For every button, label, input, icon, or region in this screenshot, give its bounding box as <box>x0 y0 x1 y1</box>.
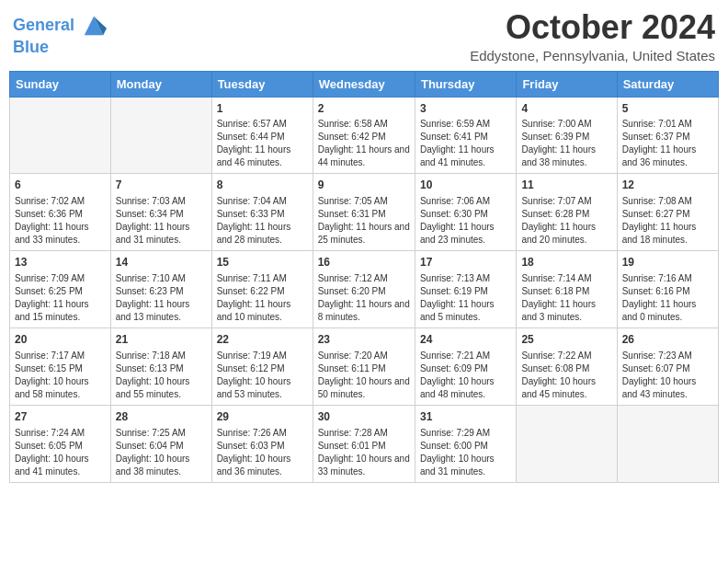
day-number: 27 <box>15 409 106 425</box>
calendar-cell: 15Sunrise: 7:11 AMSunset: 6:22 PMDayligh… <box>211 251 313 328</box>
weekday-header-sunday: Sunday <box>10 71 111 97</box>
logo-text: General <box>13 13 107 39</box>
day-info: Sunrise: 6:58 AMSunset: 6:42 PMDaylight:… <box>318 118 410 169</box>
calendar-cell <box>10 97 111 174</box>
day-info: Sunrise: 7:25 AMSunset: 6:04 PMDaylight:… <box>116 427 207 478</box>
day-number: 25 <box>521 332 611 348</box>
calendar-cell: 22Sunrise: 7:19 AMSunset: 6:12 PMDayligh… <box>211 327 313 405</box>
day-info: Sunrise: 7:13 AMSunset: 6:19 PMDaylight:… <box>420 272 511 324</box>
calendar-table: SundayMondayTuesdayWednesdayThursdayFrid… <box>9 71 719 483</box>
day-number: 30 <box>318 409 410 425</box>
day-info: Sunrise: 7:03 AMSunset: 6:34 PMDaylight:… <box>116 195 207 247</box>
day-info: Sunrise: 7:17 AMSunset: 6:15 PMDaylight:… <box>15 350 106 401</box>
page-header: General Blue October 2024 Eddystone, Pen… <box>9 9 719 63</box>
calendar-cell: 5Sunrise: 7:01 AMSunset: 6:37 PMDaylight… <box>617 97 718 174</box>
logo-subtext: Blue <box>13 39 107 57</box>
day-info: Sunrise: 7:06 AMSunset: 6:30 PMDaylight:… <box>420 195 511 247</box>
calendar-cell: 16Sunrise: 7:12 AMSunset: 6:20 PMDayligh… <box>313 251 415 328</box>
day-info: Sunrise: 7:14 AMSunset: 6:18 PMDaylight:… <box>521 272 611 324</box>
day-info: Sunrise: 7:24 AMSunset: 6:05 PMDaylight:… <box>15 427 106 478</box>
calendar-cell: 6Sunrise: 7:02 AMSunset: 6:36 PMDaylight… <box>10 174 111 251</box>
calendar-cell: 11Sunrise: 7:07 AMSunset: 6:28 PMDayligh… <box>517 174 617 251</box>
day-info: Sunrise: 7:00 AMSunset: 6:39 PMDaylight:… <box>521 118 611 169</box>
weekday-header-monday: Monday <box>110 71 211 97</box>
calendar-cell: 4Sunrise: 7:00 AMSunset: 6:39 PMDaylight… <box>517 97 617 174</box>
day-number: 24 <box>420 332 511 348</box>
calendar-cell: 24Sunrise: 7:21 AMSunset: 6:09 PMDayligh… <box>415 327 516 405</box>
day-number: 11 <box>521 178 611 193</box>
day-info: Sunrise: 7:22 AMSunset: 6:08 PMDaylight:… <box>521 350 611 401</box>
day-number: 23 <box>318 332 410 348</box>
calendar-cell <box>617 405 718 482</box>
weekday-header-friday: Friday <box>517 71 617 97</box>
weekday-header-thursday: Thursday <box>415 71 516 97</box>
day-number: 7 <box>116 178 207 193</box>
day-number: 29 <box>217 409 308 425</box>
day-info: Sunrise: 7:18 AMSunset: 6:13 PMDaylight:… <box>116 350 207 401</box>
day-number: 26 <box>622 332 713 348</box>
day-info: Sunrise: 7:04 AMSunset: 6:33 PMDaylight:… <box>217 195 308 247</box>
calendar-cell: 18Sunrise: 7:14 AMSunset: 6:18 PMDayligh… <box>517 251 617 328</box>
day-number: 20 <box>15 332 106 348</box>
day-info: Sunrise: 7:28 AMSunset: 6:01 PMDaylight:… <box>318 427 410 478</box>
location: Eddystone, Pennsylvania, United States <box>470 48 715 63</box>
week-row-1: 1Sunrise: 6:57 AMSunset: 6:44 PMDaylight… <box>10 97 719 174</box>
month-title: October 2024 <box>470 9 715 46</box>
calendar-cell: 8Sunrise: 7:04 AMSunset: 6:33 PMDaylight… <box>211 174 313 251</box>
day-number: 17 <box>420 255 511 270</box>
week-row-4: 20Sunrise: 7:17 AMSunset: 6:15 PMDayligh… <box>10 327 719 405</box>
calendar-cell: 9Sunrise: 7:05 AMSunset: 6:31 PMDaylight… <box>313 174 415 251</box>
calendar-cell: 31Sunrise: 7:29 AMSunset: 6:00 PMDayligh… <box>415 405 516 482</box>
day-number: 10 <box>420 178 511 193</box>
day-info: Sunrise: 7:23 AMSunset: 6:07 PMDaylight:… <box>622 350 713 401</box>
day-number: 3 <box>420 101 511 117</box>
day-number: 4 <box>521 101 611 117</box>
day-info: Sunrise: 7:05 AMSunset: 6:31 PMDaylight:… <box>318 195 410 247</box>
logo: General Blue <box>13 13 107 57</box>
day-info: Sunrise: 7:02 AMSunset: 6:36 PMDaylight:… <box>15 195 106 247</box>
weekday-header-tuesday: Tuesday <box>211 71 313 97</box>
day-info: Sunrise: 6:57 AMSunset: 6:44 PMDaylight:… <box>217 118 308 169</box>
day-info: Sunrise: 7:29 AMSunset: 6:00 PMDaylight:… <box>420 427 511 478</box>
calendar-cell: 21Sunrise: 7:18 AMSunset: 6:13 PMDayligh… <box>110 327 211 405</box>
week-row-5: 27Sunrise: 7:24 AMSunset: 6:05 PMDayligh… <box>10 405 719 482</box>
day-number: 14 <box>116 255 207 270</box>
calendar-cell: 29Sunrise: 7:26 AMSunset: 6:03 PMDayligh… <box>211 405 313 482</box>
calendar-cell: 26Sunrise: 7:23 AMSunset: 6:07 PMDayligh… <box>617 327 718 405</box>
day-number: 19 <box>622 255 713 270</box>
calendar-cell: 10Sunrise: 7:06 AMSunset: 6:30 PMDayligh… <box>415 174 516 251</box>
calendar-cell: 23Sunrise: 7:20 AMSunset: 6:11 PMDayligh… <box>313 327 415 405</box>
day-number: 2 <box>318 101 410 117</box>
day-info: Sunrise: 7:19 AMSunset: 6:12 PMDaylight:… <box>217 350 308 401</box>
day-info: Sunrise: 7:12 AMSunset: 6:20 PMDaylight:… <box>318 272 410 324</box>
day-info: Sunrise: 7:16 AMSunset: 6:16 PMDaylight:… <box>622 272 713 324</box>
day-info: Sunrise: 7:26 AMSunset: 6:03 PMDaylight:… <box>217 427 308 478</box>
calendar-cell: 12Sunrise: 7:08 AMSunset: 6:27 PMDayligh… <box>617 174 718 251</box>
weekday-header-wednesday: Wednesday <box>313 71 415 97</box>
day-number: 15 <box>217 255 308 270</box>
day-info: Sunrise: 7:11 AMSunset: 6:22 PMDaylight:… <box>217 272 308 324</box>
day-number: 21 <box>116 332 207 348</box>
calendar-cell: 2Sunrise: 6:58 AMSunset: 6:42 PMDaylight… <box>313 97 415 174</box>
day-info: Sunrise: 7:07 AMSunset: 6:28 PMDaylight:… <box>521 195 611 247</box>
weekday-header-saturday: Saturday <box>617 71 718 97</box>
day-number: 13 <box>15 255 106 270</box>
calendar-cell: 27Sunrise: 7:24 AMSunset: 6:05 PMDayligh… <box>10 405 111 482</box>
day-number: 22 <box>217 332 308 348</box>
day-number: 16 <box>318 255 410 270</box>
day-number: 18 <box>521 255 611 270</box>
day-info: Sunrise: 7:01 AMSunset: 6:37 PMDaylight:… <box>622 118 713 169</box>
day-number: 9 <box>318 178 410 193</box>
day-info: Sunrise: 7:10 AMSunset: 6:23 PMDaylight:… <box>116 272 207 324</box>
calendar-cell: 30Sunrise: 7:28 AMSunset: 6:01 PMDayligh… <box>313 405 415 482</box>
day-info: Sunrise: 6:59 AMSunset: 6:41 PMDaylight:… <box>420 118 511 169</box>
calendar-cell <box>517 405 617 482</box>
calendar-cell: 28Sunrise: 7:25 AMSunset: 6:04 PMDayligh… <box>110 405 211 482</box>
calendar-cell: 25Sunrise: 7:22 AMSunset: 6:08 PMDayligh… <box>517 327 617 405</box>
calendar-cell: 7Sunrise: 7:03 AMSunset: 6:34 PMDaylight… <box>110 174 211 251</box>
day-number: 1 <box>217 101 308 117</box>
calendar-cell: 17Sunrise: 7:13 AMSunset: 6:19 PMDayligh… <box>415 251 516 328</box>
day-number: 8 <box>217 178 308 193</box>
day-info: Sunrise: 7:08 AMSunset: 6:27 PMDaylight:… <box>622 195 713 247</box>
week-row-3: 13Sunrise: 7:09 AMSunset: 6:25 PMDayligh… <box>10 251 719 328</box>
